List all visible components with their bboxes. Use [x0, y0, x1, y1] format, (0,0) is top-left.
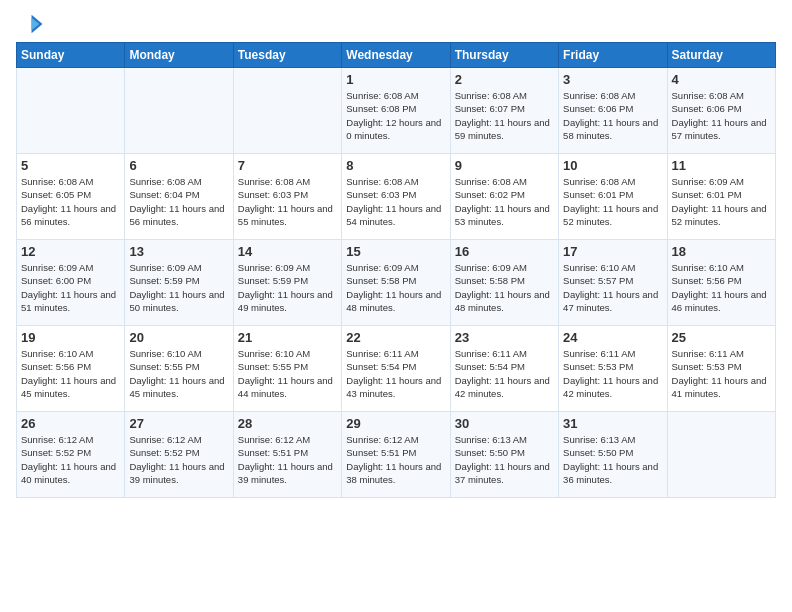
day-info: Sunrise: 6:10 AM Sunset: 5:56 PM Dayligh…: [672, 261, 771, 314]
day-number: 18: [672, 244, 771, 259]
calendar-cell: 18Sunrise: 6:10 AM Sunset: 5:56 PM Dayli…: [667, 240, 775, 326]
day-info: Sunrise: 6:08 AM Sunset: 6:02 PM Dayligh…: [455, 175, 554, 228]
day-number: 6: [129, 158, 228, 173]
day-number: 1: [346, 72, 445, 87]
day-number: 23: [455, 330, 554, 345]
calendar-cell: 21Sunrise: 6:10 AM Sunset: 5:55 PM Dayli…: [233, 326, 341, 412]
calendar-cell: 16Sunrise: 6:09 AM Sunset: 5:58 PM Dayli…: [450, 240, 558, 326]
day-info: Sunrise: 6:08 AM Sunset: 6:05 PM Dayligh…: [21, 175, 120, 228]
day-info: Sunrise: 6:11 AM Sunset: 5:54 PM Dayligh…: [346, 347, 445, 400]
calendar-cell: 8Sunrise: 6:08 AM Sunset: 6:03 PM Daylig…: [342, 154, 450, 240]
day-info: Sunrise: 6:13 AM Sunset: 5:50 PM Dayligh…: [455, 433, 554, 486]
day-info: Sunrise: 6:09 AM Sunset: 5:59 PM Dayligh…: [129, 261, 228, 314]
calendar-cell: [125, 68, 233, 154]
day-number: 15: [346, 244, 445, 259]
day-info: Sunrise: 6:08 AM Sunset: 6:07 PM Dayligh…: [455, 89, 554, 142]
calendar-cell: 24Sunrise: 6:11 AM Sunset: 5:53 PM Dayli…: [559, 326, 667, 412]
calendar-week-row: 1Sunrise: 6:08 AM Sunset: 6:08 PM Daylig…: [17, 68, 776, 154]
weekday-header: Monday: [125, 43, 233, 68]
day-info: Sunrise: 6:10 AM Sunset: 5:55 PM Dayligh…: [129, 347, 228, 400]
calendar-cell: [667, 412, 775, 498]
calendar-cell: 20Sunrise: 6:10 AM Sunset: 5:55 PM Dayli…: [125, 326, 233, 412]
day-info: Sunrise: 6:12 AM Sunset: 5:52 PM Dayligh…: [21, 433, 120, 486]
day-info: Sunrise: 6:11 AM Sunset: 5:53 PM Dayligh…: [563, 347, 662, 400]
day-info: Sunrise: 6:08 AM Sunset: 6:03 PM Dayligh…: [238, 175, 337, 228]
calendar-table: SundayMondayTuesdayWednesdayThursdayFrid…: [16, 42, 776, 498]
calendar-cell: 25Sunrise: 6:11 AM Sunset: 5:53 PM Dayli…: [667, 326, 775, 412]
day-number: 22: [346, 330, 445, 345]
day-number: 10: [563, 158, 662, 173]
calendar-week-row: 26Sunrise: 6:12 AM Sunset: 5:52 PM Dayli…: [17, 412, 776, 498]
calendar-cell: 13Sunrise: 6:09 AM Sunset: 5:59 PM Dayli…: [125, 240, 233, 326]
calendar-cell: 14Sunrise: 6:09 AM Sunset: 5:59 PM Dayli…: [233, 240, 341, 326]
day-info: Sunrise: 6:08 AM Sunset: 6:03 PM Dayligh…: [346, 175, 445, 228]
day-info: Sunrise: 6:12 AM Sunset: 5:51 PM Dayligh…: [238, 433, 337, 486]
calendar-cell: 22Sunrise: 6:11 AM Sunset: 5:54 PM Dayli…: [342, 326, 450, 412]
calendar-header: SundayMondayTuesdayWednesdayThursdayFrid…: [17, 43, 776, 68]
day-number: 3: [563, 72, 662, 87]
calendar-cell: 30Sunrise: 6:13 AM Sunset: 5:50 PM Dayli…: [450, 412, 558, 498]
day-info: Sunrise: 6:09 AM Sunset: 5:58 PM Dayligh…: [346, 261, 445, 314]
day-number: 29: [346, 416, 445, 431]
day-info: Sunrise: 6:08 AM Sunset: 6:08 PM Dayligh…: [346, 89, 445, 142]
day-number: 25: [672, 330, 771, 345]
day-number: 19: [21, 330, 120, 345]
weekday-row: SundayMondayTuesdayWednesdayThursdayFrid…: [17, 43, 776, 68]
calendar-cell: 3Sunrise: 6:08 AM Sunset: 6:06 PM Daylig…: [559, 68, 667, 154]
calendar-week-row: 5Sunrise: 6:08 AM Sunset: 6:05 PM Daylig…: [17, 154, 776, 240]
weekday-header: Saturday: [667, 43, 775, 68]
calendar-cell: 2Sunrise: 6:08 AM Sunset: 6:07 PM Daylig…: [450, 68, 558, 154]
day-info: Sunrise: 6:09 AM Sunset: 5:59 PM Dayligh…: [238, 261, 337, 314]
day-number: 30: [455, 416, 554, 431]
calendar-cell: 19Sunrise: 6:10 AM Sunset: 5:56 PM Dayli…: [17, 326, 125, 412]
calendar-cell: 27Sunrise: 6:12 AM Sunset: 5:52 PM Dayli…: [125, 412, 233, 498]
day-number: 5: [21, 158, 120, 173]
calendar-cell: 12Sunrise: 6:09 AM Sunset: 6:00 PM Dayli…: [17, 240, 125, 326]
day-number: 7: [238, 158, 337, 173]
calendar-body: 1Sunrise: 6:08 AM Sunset: 6:08 PM Daylig…: [17, 68, 776, 498]
calendar-cell: 1Sunrise: 6:08 AM Sunset: 6:08 PM Daylig…: [342, 68, 450, 154]
calendar-cell: 9Sunrise: 6:08 AM Sunset: 6:02 PM Daylig…: [450, 154, 558, 240]
calendar-cell: 23Sunrise: 6:11 AM Sunset: 5:54 PM Dayli…: [450, 326, 558, 412]
calendar-week-row: 12Sunrise: 6:09 AM Sunset: 6:00 PM Dayli…: [17, 240, 776, 326]
day-info: Sunrise: 6:12 AM Sunset: 5:52 PM Dayligh…: [129, 433, 228, 486]
day-info: Sunrise: 6:10 AM Sunset: 5:55 PM Dayligh…: [238, 347, 337, 400]
day-number: 17: [563, 244, 662, 259]
day-number: 12: [21, 244, 120, 259]
day-info: Sunrise: 6:08 AM Sunset: 6:01 PM Dayligh…: [563, 175, 662, 228]
day-number: 9: [455, 158, 554, 173]
weekday-header: Friday: [559, 43, 667, 68]
calendar-cell: 6Sunrise: 6:08 AM Sunset: 6:04 PM Daylig…: [125, 154, 233, 240]
day-number: 14: [238, 244, 337, 259]
day-info: Sunrise: 6:09 AM Sunset: 6:00 PM Dayligh…: [21, 261, 120, 314]
day-number: 2: [455, 72, 554, 87]
calendar-cell: 4Sunrise: 6:08 AM Sunset: 6:06 PM Daylig…: [667, 68, 775, 154]
day-number: 8: [346, 158, 445, 173]
calendar-cell: 15Sunrise: 6:09 AM Sunset: 5:58 PM Dayli…: [342, 240, 450, 326]
calendar-week-row: 19Sunrise: 6:10 AM Sunset: 5:56 PM Dayli…: [17, 326, 776, 412]
day-number: 13: [129, 244, 228, 259]
day-info: Sunrise: 6:13 AM Sunset: 5:50 PM Dayligh…: [563, 433, 662, 486]
logo: [16, 10, 48, 38]
weekday-header: Sunday: [17, 43, 125, 68]
day-info: Sunrise: 6:11 AM Sunset: 5:53 PM Dayligh…: [672, 347, 771, 400]
day-number: 27: [129, 416, 228, 431]
logo-icon: [16, 10, 44, 38]
calendar-cell: 5Sunrise: 6:08 AM Sunset: 6:05 PM Daylig…: [17, 154, 125, 240]
day-number: 24: [563, 330, 662, 345]
day-info: Sunrise: 6:10 AM Sunset: 5:57 PM Dayligh…: [563, 261, 662, 314]
day-number: 21: [238, 330, 337, 345]
weekday-header: Wednesday: [342, 43, 450, 68]
day-info: Sunrise: 6:09 AM Sunset: 6:01 PM Dayligh…: [672, 175, 771, 228]
day-info: Sunrise: 6:08 AM Sunset: 6:06 PM Dayligh…: [672, 89, 771, 142]
calendar-cell: 31Sunrise: 6:13 AM Sunset: 5:50 PM Dayli…: [559, 412, 667, 498]
day-info: Sunrise: 6:08 AM Sunset: 6:06 PM Dayligh…: [563, 89, 662, 142]
calendar-cell: 7Sunrise: 6:08 AM Sunset: 6:03 PM Daylig…: [233, 154, 341, 240]
day-number: 11: [672, 158, 771, 173]
day-info: Sunrise: 6:12 AM Sunset: 5:51 PM Dayligh…: [346, 433, 445, 486]
calendar-cell: 11Sunrise: 6:09 AM Sunset: 6:01 PM Dayli…: [667, 154, 775, 240]
day-number: 16: [455, 244, 554, 259]
day-info: Sunrise: 6:08 AM Sunset: 6:04 PM Dayligh…: [129, 175, 228, 228]
weekday-header: Tuesday: [233, 43, 341, 68]
calendar-cell: 29Sunrise: 6:12 AM Sunset: 5:51 PM Dayli…: [342, 412, 450, 498]
